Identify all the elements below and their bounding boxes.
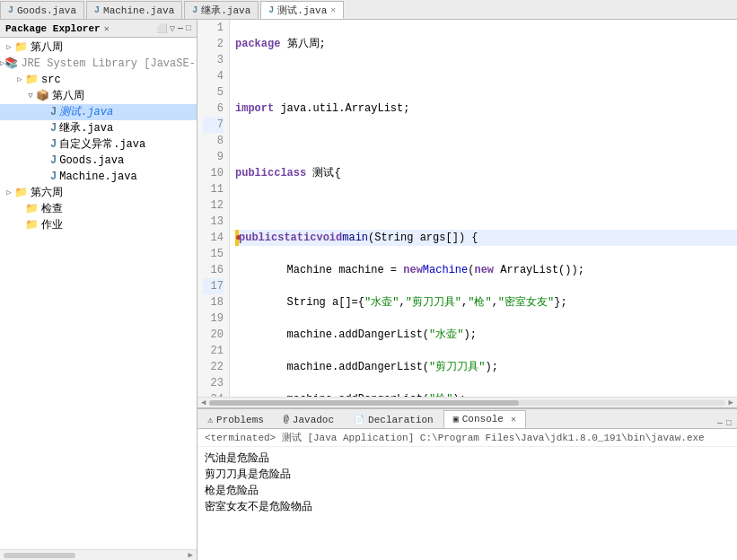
code-line-1: package 第八周; <box>235 36 737 52</box>
console-close-icon[interactable]: ✕ <box>511 414 516 424</box>
expand-arrow[interactable]: ▽ <box>25 89 36 103</box>
tree-label: 继承.java <box>59 121 113 136</box>
collapse-icon[interactable]: ⬜ <box>156 23 167 34</box>
tab-jicheng[interactable]: J 继承.java <box>184 1 259 19</box>
scroll-left-arrow[interactable]: ◀ <box>201 398 206 407</box>
expand-arrow[interactable]: ▷ <box>4 186 14 200</box>
tree-label: 检查 <box>41 202 63 216</box>
maximize-icon[interactable]: □ <box>186 23 191 34</box>
code-content[interactable]: package 第八周; import java.util.ArrayList;… <box>230 20 737 397</box>
tree-label: JRE System Library [JavaSE-1.8] <box>21 57 197 71</box>
java-file-icon: J <box>50 170 57 184</box>
console-icon: ▣ <box>453 414 459 424</box>
package-icon: 📦 <box>36 89 49 103</box>
java-file-icon: J <box>50 121 57 136</box>
tab-console-label: Console <box>462 414 504 424</box>
tree-src[interactable]: ▷ 📁 src <box>0 72 197 88</box>
tree-goods-file[interactable]: J Goods.java <box>0 153 197 169</box>
problems-icon: ⚠ <box>207 415 213 425</box>
maximize-console-icon[interactable]: □ <box>726 418 732 428</box>
bottom-panel: ⚠ Problems @ Javadoc 📄 Declaration ▣ Con… <box>197 407 737 560</box>
folder-icon: 📁 <box>25 218 39 232</box>
tab-console[interactable]: ▣ Console ✕ <box>443 410 526 428</box>
tree-label: 第八周 <box>52 89 84 103</box>
tab-machine-label: Machine.java <box>103 5 174 16</box>
tree-ceshi-file[interactable]: J 测试.java <box>0 104 197 120</box>
java-file-icon: J <box>50 137 57 152</box>
tab-ceshi[interactable]: J 测试.java ✕ <box>260 1 344 19</box>
code-editor-area: 12345 6 7 89101112 13141516 17 181920212… <box>197 20 737 560</box>
tree-label: 第八周 <box>31 40 63 55</box>
tree-jicheng-file[interactable]: J 继承.java <box>0 120 197 136</box>
code-line-3: import java.util.ArrayList; <box>235 101 737 117</box>
code-line-6 <box>235 197 737 214</box>
tab-goods[interactable]: J Goods.java <box>0 1 84 19</box>
tree-week6[interactable]: ▷ 📁 第六周 <box>0 185 197 201</box>
console-header: <terminated> 测试 [Java Application] C:\Pr… <box>197 429 737 447</box>
library-icon: 📚 <box>4 57 18 71</box>
scroll-right-arrow[interactable]: ▶ <box>189 550 197 560</box>
tree-label: 作业 <box>41 218 63 232</box>
console-line-1: 汽油是危险品 <box>205 451 730 467</box>
folder-icon: 📁 <box>25 202 39 216</box>
console-line-4: 密室女友不是危险物品 <box>205 499 730 515</box>
tree-label: Goods.java <box>59 153 124 168</box>
java-file-icon: J <box>50 153 57 168</box>
tab-machine[interactable]: J Machine.java <box>86 1 182 19</box>
bottom-tab-bar: ⚠ Problems @ Javadoc 📄 Declaration ▣ Con… <box>197 409 737 429</box>
tab-declaration[interactable]: 📄 Declaration <box>344 410 443 428</box>
h-scrollbar[interactable]: ▶ <box>0 549 197 560</box>
close-panel-icon[interactable]: ✕ <box>104 23 110 34</box>
tab-problems[interactable]: ⚠ Problems <box>197 410 274 428</box>
code-line-5: public class 测试{ <box>235 165 737 181</box>
console-terminated-label: <terminated> 测试 [Java Application] C:\Pr… <box>205 433 705 443</box>
tab-javadoc-label: Javadoc <box>293 415 334 425</box>
folder-icon: 📁 <box>25 73 39 87</box>
package-explorer-title: Package Explorer <box>5 23 101 34</box>
java-file-icon: J <box>50 105 57 119</box>
minimize-console-icon[interactable]: — <box>717 418 723 428</box>
tree-pkg-week8[interactable]: ▽ 📦 第八周 <box>0 88 197 104</box>
scroll-thumb[interactable] <box>4 553 75 558</box>
tree-homework[interactable]: 📁 作业 <box>0 217 197 233</box>
editor-h-scrollbar[interactable]: ◀ ▶ <box>197 397 737 407</box>
console-output: 汽油是危险品 剪刀刀具是危险品 枪是危险品 密室女友不是危险物品 <box>197 447 737 560</box>
tree-label: src <box>41 73 61 87</box>
folder-icon: 📁 <box>14 40 28 55</box>
tree-week8[interactable]: ▷ 📁 第八周 <box>0 39 197 56</box>
code-line-11: machine.addDangerList("剪刀刀具"); <box>235 359 737 375</box>
tree-jre[interactable]: ▷ 📚 JRE System Library [JavaSE-1.8] <box>0 56 197 72</box>
tab-ceshi-label: 测试.java <box>277 4 327 17</box>
tab-problems-label: Problems <box>216 415 264 425</box>
console-line-3: 枪是危险品 <box>205 483 730 499</box>
code-line-4 <box>235 133 737 149</box>
tree-machine-file[interactable]: J Machine.java <box>0 169 197 185</box>
tab-declaration-label: Declaration <box>368 415 434 425</box>
code-line-10: machine.addDangerList("水壶"); <box>235 327 737 343</box>
tree-custom-exception[interactable]: J 自定义异常.java <box>0 136 197 153</box>
code-line-7: ● public static void main(String args[])… <box>235 230 737 246</box>
code-line-2 <box>235 68 737 84</box>
package-explorer-panel: Package Explorer ✕ ⬜ ▽ — □ ▷ 📁 第八周 ▷ <box>0 20 197 560</box>
scroll-right-arrow[interactable]: ▶ <box>729 398 733 407</box>
expand-arrow[interactable]: ▷ <box>14 73 25 87</box>
tab-javadoc[interactable]: @ Javadoc <box>274 410 344 428</box>
code-line-8: Machine machine = new Machine(new ArrayL… <box>235 262 737 278</box>
declaration-icon: 📄 <box>354 415 364 425</box>
expand-arrow[interactable]: ▷ <box>4 40 14 55</box>
tree-label: 自定义异常.java <box>59 137 145 152</box>
scroll-thumb-h[interactable] <box>209 400 518 406</box>
minimize-icon[interactable]: — <box>178 23 183 34</box>
scroll-track[interactable] <box>209 400 724 406</box>
tab-close-icon[interactable]: ✕ <box>330 4 336 15</box>
menu-icon[interactable]: ▽ <box>170 23 175 34</box>
tree-label: Machine.java <box>59 170 136 184</box>
tab-goods-label: Goods.java <box>17 5 76 16</box>
tree-check[interactable]: 📁 检查 <box>0 201 197 217</box>
line-numbers: 12345 6 7 89101112 13141516 17 181920212… <box>197 20 230 397</box>
tree-label: 测试.java <box>59 105 113 119</box>
java-icon: J <box>8 5 13 15</box>
tab-jicheng-label: 继承.java <box>201 4 250 17</box>
javadoc-icon: @ <box>284 415 289 424</box>
tree-view: ▷ 📁 第八周 ▷ 📚 JRE System Library [JavaSE-1… <box>0 38 197 549</box>
